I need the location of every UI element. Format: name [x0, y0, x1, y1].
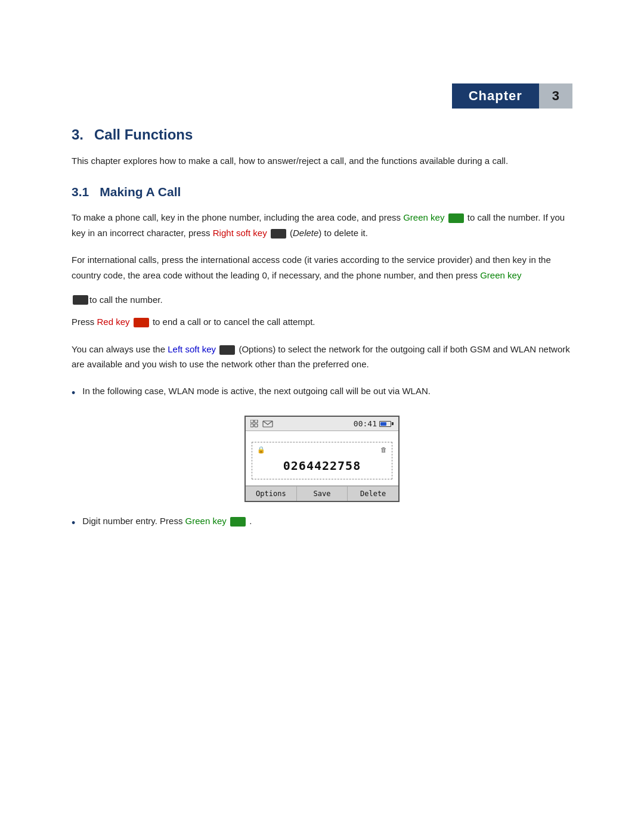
chapter-header: Chapter 3 [0, 83, 572, 109]
phone-trash-icon: 🗑 [380, 446, 387, 454]
battery-tip [392, 422, 394, 425]
phone-status-icons [250, 420, 273, 428]
bullet-item-2: • Digit number entry. Press Green key . [72, 514, 572, 532]
para2-text: For international calls, press the inter… [72, 255, 551, 280]
svg-rect-2 [250, 424, 253, 427]
phone-softkey-options: Options [246, 487, 297, 501]
section3-intro: This chapter explores how to make a call… [72, 154, 572, 168]
chapter-number: 3 [539, 83, 572, 109]
bullet-list: • In the following case, WLAN mode is ac… [72, 384, 572, 402]
phone-number-display: 0264422758 [257, 459, 387, 473]
bullet2-green-key: Green key [185, 516, 227, 526]
phone-softkey-save: Save [297, 487, 348, 501]
para1-after-delete: to delete it. [321, 228, 368, 238]
phone-status-bar: 00:41 [246, 417, 398, 431]
page: Chapter 3 3.Call Functions This chapter … [0, 83, 644, 833]
phone-time: 00:41 [354, 419, 394, 428]
para4: You can always use the Left soft key (Op… [72, 342, 572, 372]
section31-number: 3.1 [72, 185, 89, 199]
para1-delete: Delete [293, 228, 318, 238]
chapter-label: Chapter [452, 83, 539, 109]
battery-fill [380, 422, 386, 426]
bullet-dot-2: • [72, 515, 75, 532]
para4-left-soft-key: Left soft key [168, 344, 216, 354]
bullet2-before: Digit number entry. Press [82, 516, 185, 526]
right-soft-key-icon [271, 229, 286, 239]
para4-before: You can always use the [72, 344, 168, 354]
bullet-1-text: In the following case, WLAN mode is acti… [82, 384, 431, 398]
section31-title: 3.1Making A Call [72, 185, 572, 199]
phone-screen: 00:41 🔒 🗑 [244, 416, 400, 502]
bullet-2-content: Digit number entry. Press Green key . [82, 514, 252, 528]
phone-screen-container: 00:41 🔒 🗑 [72, 416, 572, 502]
para1-right-soft-key: Right soft key [213, 228, 267, 238]
bullet2-after: . [249, 516, 252, 526]
section31-title-text: Making A Call [100, 185, 181, 199]
phone-lock-icon: 🔒 [257, 446, 265, 454]
phone-main-inner: 🔒 🗑 0264422758 [252, 442, 392, 479]
phone-time-text: 00:41 [354, 419, 377, 428]
left-soft-key-icon [219, 345, 235, 355]
section3-number: 3. [72, 126, 83, 143]
svg-rect-0 [250, 420, 253, 423]
green-key-icon-bullet2 [230, 517, 246, 527]
section3-title-text: Call Functions [94, 126, 193, 143]
phone-softkeys: Options Save Delete [246, 486, 398, 501]
svg-rect-1 [255, 420, 258, 423]
para3-before: Press [72, 317, 97, 327]
para1-green-key-text: Green key [403, 212, 444, 222]
red-key-icon [134, 318, 149, 327]
phone-softkey-delete: Delete [348, 487, 398, 501]
section3-title: 3.Call Functions [72, 126, 572, 143]
chapter-bar: Chapter 3 [452, 83, 572, 109]
para3: Press Red key to end a call or to cancel… [72, 314, 572, 330]
svg-rect-3 [255, 424, 258, 427]
para1-before-green: To make a phone call, key in the phone n… [72, 212, 403, 222]
bullet-dot-1: • [72, 385, 75, 402]
bullet-list-2: • Digit number entry. Press Green key . [72, 514, 572, 532]
green-key-icon-1 [448, 213, 464, 223]
para2: For international calls, press the inter… [72, 252, 572, 283]
phone-main: 🔒 🗑 0264422758 [246, 431, 398, 486]
para3-red-key-text: Red key [97, 317, 130, 327]
para2-green-key-text: Green key [480, 270, 521, 280]
para2-icon-line: to call the number. [72, 295, 572, 305]
para4-options: Options [242, 344, 273, 354]
battery-icon [379, 421, 394, 427]
battery-body [379, 421, 391, 427]
para3-after: to end a call or to cancel the call atte… [153, 317, 315, 327]
para1: To make a phone call, key in the phone n… [72, 210, 572, 240]
bullet-item-1: • In the following case, WLAN mode is ac… [72, 384, 572, 402]
para2-after: to call the number. [89, 295, 163, 305]
green-key-icon-block [73, 295, 88, 305]
grid-status-icon [250, 420, 260, 428]
mail-status-icon [262, 420, 273, 428]
main-content: 3.Call Functions This chapter explores h… [72, 126, 572, 532]
